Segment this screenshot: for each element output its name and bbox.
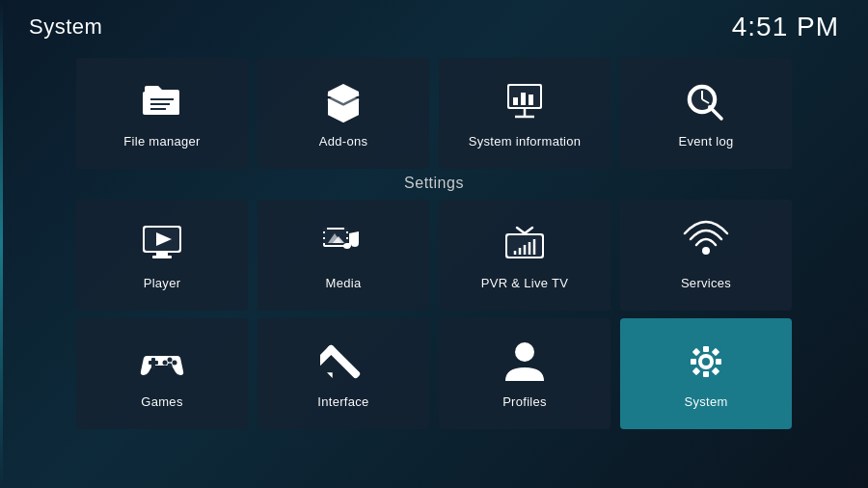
svg-rect-29	[344, 239, 348, 243]
header: System 4:51 PM	[0, 0, 868, 54]
pvr-live-tv-icon	[502, 220, 548, 266]
event-log-label: Event log	[679, 134, 734, 149]
system-information-icon	[502, 78, 548, 124]
system-icon	[683, 339, 729, 385]
media-icon	[320, 220, 366, 266]
tile-services[interactable]: Services	[620, 200, 792, 311]
svg-point-41	[702, 247, 710, 255]
svg-rect-5	[513, 97, 518, 105]
svg-rect-21	[152, 256, 172, 258]
top-row: File manager Add-ons	[76, 58, 792, 169]
svg-rect-55	[703, 371, 709, 377]
svg-rect-56	[691, 359, 696, 365]
player-label: Player	[144, 276, 181, 290]
services-icon	[683, 220, 729, 266]
clock: 4:51 PM	[732, 12, 839, 42]
svg-rect-24	[323, 228, 327, 231]
media-label: Media	[326, 276, 362, 290]
svg-rect-61	[712, 367, 719, 375]
tile-file-manager[interactable]: File manager	[76, 58, 248, 169]
tile-pvr-live-tv[interactable]: PVR & Live TV	[439, 200, 610, 311]
player-icon	[139, 220, 185, 266]
svg-point-16	[708, 105, 712, 109]
svg-marker-51	[327, 369, 335, 377]
svg-rect-28	[344, 233, 348, 237]
settings-section: Settings Player	[29, 175, 839, 437]
page-title: System	[29, 14, 102, 40]
add-ons-icon	[320, 78, 366, 124]
svg-line-33	[525, 228, 532, 233]
svg-rect-26	[323, 239, 327, 243]
svg-point-47	[163, 361, 168, 366]
svg-rect-54	[703, 346, 709, 352]
system-information-label: System information	[469, 134, 582, 149]
main-content: File manager Add-ons	[0, 48, 868, 488]
tile-interface[interactable]: Interface	[258, 318, 429, 429]
svg-rect-57	[716, 359, 721, 365]
tile-add-ons[interactable]: Add-ons	[258, 58, 429, 169]
settings-label: Settings	[404, 175, 464, 192]
settings-row-1: Player	[76, 200, 792, 311]
system-label: System	[684, 394, 727, 409]
svg-line-32	[517, 228, 525, 233]
svg-rect-6	[521, 93, 526, 105]
svg-rect-25	[323, 233, 327, 237]
svg-line-15	[712, 109, 721, 119]
tile-profiles[interactable]: Profiles	[439, 318, 610, 429]
tile-system[interactable]: System	[620, 318, 792, 429]
svg-rect-20	[156, 253, 168, 256]
profiles-label: Profiles	[502, 394, 547, 409]
svg-rect-43	[149, 361, 158, 365]
tile-games[interactable]: Games	[76, 318, 248, 429]
tile-player[interactable]: Player	[76, 200, 248, 311]
svg-rect-27	[344, 228, 348, 231]
tile-event-log[interactable]: Event log	[620, 58, 792, 169]
add-ons-label: Add-ons	[319, 134, 368, 149]
svg-rect-7	[529, 95, 533, 105]
svg-rect-49	[320, 344, 337, 380]
svg-point-46	[168, 364, 173, 368]
pvr-live-tv-label: PVR & Live TV	[481, 276, 568, 290]
svg-point-45	[173, 361, 177, 366]
settings-row-2: Games Interface Pro	[76, 318, 792, 429]
file-manager-label: File manager	[123, 134, 200, 149]
svg-point-44	[168, 358, 173, 363]
games-label: Games	[141, 394, 182, 409]
tile-media[interactable]: Media	[258, 200, 429, 311]
svg-rect-58	[692, 348, 700, 356]
services-label: Services	[681, 276, 731, 290]
file-manager-icon	[139, 78, 185, 124]
interface-label: Interface	[317, 394, 368, 409]
games-icon	[139, 339, 185, 385]
event-log-icon	[683, 78, 729, 124]
profiles-icon	[502, 339, 548, 385]
interface-icon	[320, 339, 366, 385]
tile-system-information[interactable]: System information	[439, 58, 610, 169]
svg-point-52	[515, 342, 534, 362]
